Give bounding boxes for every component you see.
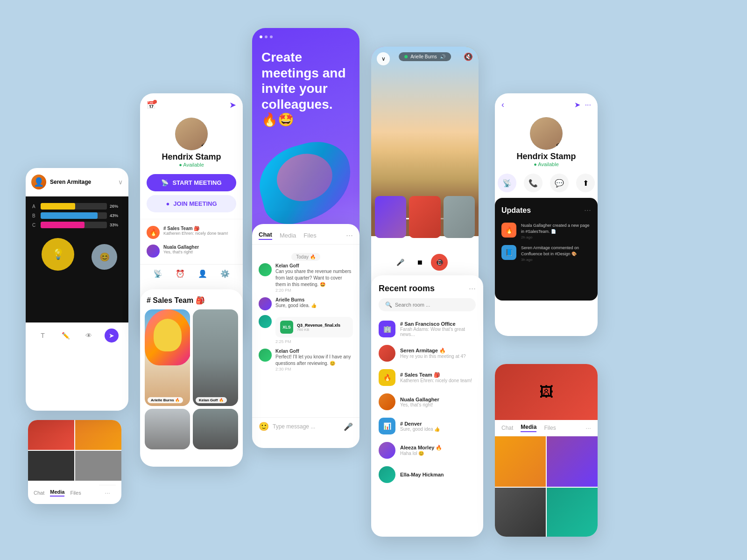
- room-aleeza[interactable]: Aleeza Morley 🔥 Haha lol 😊: [371, 438, 483, 462]
- alarm-icon[interactable]: ⏰: [176, 269, 185, 278]
- file-size: 760 KB: [297, 328, 348, 332]
- send-action-icon[interactable]: ➤: [574, 100, 580, 109]
- edit-tool[interactable]: ✏️: [59, 329, 73, 343]
- chat-item-sales[interactable]: 🔥 # Sales Team 🎒 Katheren Ehren: nicely …: [147, 223, 236, 242]
- calendar-icon[interactable]: 📅: [147, 101, 156, 110]
- mic-icon[interactable]: 🎤: [344, 422, 353, 431]
- bulb-circle: 💡: [42, 238, 74, 271]
- card-chat-messages: Chat Media Files ··· Today 🔥 Kelan Goff …: [252, 224, 359, 448]
- right-profile-actions: ➤ ···: [574, 100, 591, 109]
- room-seren[interactable]: Seren Armitage 🔥 Hey re you in this meet…: [371, 341, 483, 365]
- media-cell-1[interactable]: [495, 436, 546, 487]
- emoji-icon[interactable]: 🙂: [259, 421, 269, 432]
- phone-action-button[interactable]: 📞: [524, 174, 543, 192]
- room-search-input[interactable]: [395, 302, 469, 308]
- text-tool[interactable]: T: [36, 329, 50, 343]
- eye-tool[interactable]: 👁: [82, 329, 96, 343]
- room-denver[interactable]: 📊 # Denver Sure, good idea 👍: [371, 414, 483, 438]
- tab-files[interactable]: Files: [303, 232, 316, 239]
- bar-fill-a: [41, 203, 75, 210]
- media-tab-chat[interactable]: Chat: [501, 425, 513, 431]
- message-input[interactable]: Type message ...: [273, 423, 340, 430]
- person-icon[interactable]: 👤: [198, 269, 207, 278]
- tab-media-active[interactable]: Media: [50, 489, 64, 497]
- room-nuala[interactable]: Nuala Gallagher Yes, that's right!: [371, 390, 483, 414]
- file-attachment[interactable]: XLS Q3_Revenue_final.xls 760 KB: [275, 317, 353, 337]
- room-sf-office[interactable]: 🏢 # San Francisco Office Farah Adams: Wo…: [371, 317, 483, 341]
- rooms-header: Recent rooms ···: [371, 275, 483, 298]
- radio-icon: 📡: [161, 179, 169, 186]
- media-cell-2[interactable]: [547, 436, 598, 487]
- bottom-tab-bar: Chat Media Files ···: [28, 481, 121, 504]
- sales-person-4[interactable]: [193, 409, 238, 449]
- join-meeting-button[interactable]: ● JOIN MEETING: [147, 195, 236, 212]
- update-fire-icon: 🔥: [501, 223, 516, 238]
- tab-chat[interactable]: Chat: [34, 490, 44, 496]
- chat-action-button[interactable]: 💬: [550, 174, 569, 192]
- room-sales-team[interactable]: 🔥 # Sales Team 🎒 Katheren Ehren: nicely …: [371, 365, 483, 390]
- rooms-more-dots[interactable]: ···: [469, 284, 476, 294]
- room-search-bar[interactable]: 🔍: [379, 298, 476, 311]
- minimize-button[interactable]: ∨: [377, 52, 390, 65]
- updates-card-embedded: Updates ··· 🔥 Nuala Gallagher created a …: [495, 198, 598, 301]
- arielle-face: [154, 319, 182, 351]
- send-icon[interactable]: ➤: [229, 100, 236, 110]
- icon-circles: 💡 😊: [32, 236, 122, 278]
- bar-label-b: B: [32, 213, 38, 218]
- thumb-2: [75, 420, 121, 450]
- denver-icon: 📊: [379, 418, 395, 434]
- sales-person-kelan[interactable]: Kelan Goff 🔥: [193, 309, 238, 406]
- update-time-1: 2h ago: [521, 235, 591, 239]
- card-right-media: 🖼 Chat Media Files ···: [495, 364, 598, 537]
- room-ella[interactable]: Ella-May Hickman: [371, 462, 483, 487]
- media-cell-4[interactable]: [547, 488, 598, 537]
- arielle-name: Arielle Burns: [275, 297, 353, 302]
- more-options-icon[interactable]: ···: [451, 258, 458, 267]
- chat-item-nuala[interactable]: Nuala Gallagher Yes, that's right!: [147, 242, 236, 260]
- send-button[interactable]: ➤: [105, 329, 119, 343]
- speaker-icon[interactable]: 🔇: [464, 52, 473, 61]
- chevron-down-icon[interactable]: ∨: [118, 178, 123, 186]
- more-action-icon[interactable]: ···: [585, 101, 591, 109]
- chat-more-dots[interactable]: ···: [346, 231, 353, 240]
- kelan-text-2: Perfect! I'll let you know if I have any…: [275, 354, 353, 367]
- record-control-button[interactable]: ⏹: [411, 254, 428, 271]
- media-preview-img: 🖼: [495, 364, 598, 420]
- analytics-dark-area: A 26% B 43% C 33% 💡: [26, 196, 128, 322]
- update-item-2: 📘 Seren Armitage commented on Confluence…: [495, 242, 598, 265]
- tab-files[interactable]: Files: [70, 490, 81, 496]
- card-analytics: 👤 Seren Armitage ∨ A 26% B 43% C: [26, 168, 128, 411]
- more-dots[interactable]: ···: [99, 485, 116, 500]
- right-profile-avatar: 🕶: [530, 117, 563, 150]
- file-type-icon: XLS: [280, 321, 293, 334]
- media-tab-files[interactable]: Files: [544, 425, 556, 431]
- thumb-3: [28, 451, 74, 481]
- nuala-room-msg: Yes, that's right!: [400, 402, 476, 407]
- sales-person-arielle[interactable]: Arielle Burns 🔥: [145, 309, 190, 406]
- updates-title: Updates: [501, 206, 531, 215]
- msg-kelan-1: Kelan Goff Can you share the revenue num…: [259, 263, 353, 293]
- right-profile-header: ‹ ➤ ···: [495, 93, 598, 110]
- end-call-button[interactable]: 📵: [431, 254, 448, 271]
- nuala-avatar: [147, 245, 160, 258]
- media-more-dots[interactable]: ···: [585, 424, 591, 432]
- file-sender-avatar: [259, 315, 272, 328]
- mic-control-button[interactable]: 🎤: [392, 254, 409, 271]
- start-meeting-button[interactable]: 📡 START MEETING: [147, 174, 236, 191]
- sales-person-3[interactable]: [145, 409, 190, 449]
- participant-thumb-3: [444, 196, 475, 238]
- update-blue-icon: 📘: [501, 245, 516, 260]
- tab-media[interactable]: Media: [280, 232, 296, 239]
- settings-icon[interactable]: ⚙️: [220, 269, 230, 278]
- media-tab-media[interactable]: Media: [521, 424, 536, 432]
- media-cell-3[interactable]: [495, 488, 546, 537]
- radio-nav-icon[interactable]: 📡: [153, 269, 162, 278]
- kelan-msg-content-2: Kelan Goff Perfect! I'll let you know if…: [275, 349, 353, 371]
- tab-chat[interactable]: Chat: [259, 231, 272, 240]
- radio-action-button[interactable]: 📡: [498, 174, 516, 192]
- updates-dots[interactable]: ···: [584, 205, 591, 215]
- hero-3d-graphic: [252, 135, 359, 229]
- chat-tabs-bar: Chat Media Files ···: [252, 224, 359, 245]
- back-button[interactable]: ‹: [501, 100, 504, 110]
- more-action-button[interactable]: ⬆: [576, 174, 595, 192]
